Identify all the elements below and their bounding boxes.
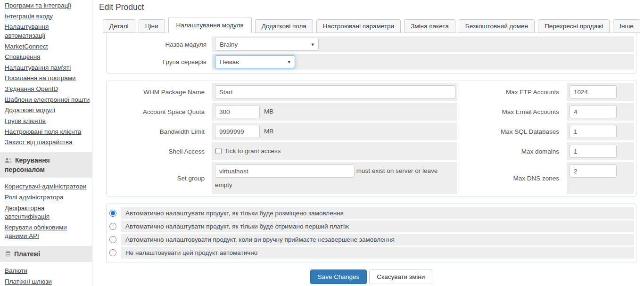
max-dns-zones-input[interactable]: [570, 164, 617, 178]
coins-icon: [5, 251, 11, 257]
product-tabs: Деталі Ціни Налаштування модуля Додатков…: [103, 17, 636, 33]
max-ftp-accounts-label: Max FTP Accounts: [459, 83, 565, 101]
bandwidth-limit-input[interactable]: [215, 125, 260, 138]
provision-on-payment-label: Автоматично налаштувати продукт, як тіль…: [121, 221, 634, 232]
sidebar-item-api-credentials[interactable]: Керувати обліковими даними API: [0, 222, 92, 242]
sidebar-item-client-groups[interactable]: Групи клієнтів: [0, 116, 92, 127]
sidebar-item-addon-modules[interactable]: Додаткові модулі: [0, 105, 92, 116]
max-sql-databases-input[interactable]: [570, 125, 617, 138]
account-space-quota-input[interactable]: [215, 105, 260, 118]
tab-pricing[interactable]: Ціни: [139, 19, 165, 33]
bandwidth-limit-label: Bandwidth Limit: [108, 123, 210, 140]
max-dns-zones-label: Max DNS zones: [459, 162, 565, 194]
sidebar-item-custom-client-fields[interactable]: Настроювані поля клієнта: [0, 127, 92, 138]
sidebar-item-admin-roles[interactable]: Ролі адміністратора: [0, 192, 92, 203]
max-email-accounts-input[interactable]: [570, 105, 617, 118]
sidebar-section-payments: Платежі: [0, 246, 92, 262]
provision-manual-radio[interactable]: [109, 249, 116, 256]
shell-access-checkbox[interactable]: [215, 148, 222, 154]
server-group-value: Немає: [220, 58, 239, 65]
set-group-input[interactable]: [215, 164, 355, 178]
account-space-quota-label: Account Space Quota: [108, 103, 210, 121]
provision-on-payment-radio[interactable]: [109, 223, 116, 230]
sidebar-item-openid[interactable]: З'єднання OpenID: [0, 84, 92, 95]
tab-cross-sells[interactable]: Перехресні продажі: [538, 19, 610, 33]
provisioning-option: Не налаштовувати цей продукт автоматично: [108, 247, 634, 259]
sidebar-item-fraud-protection[interactable]: Захист від шахрайства: [0, 137, 92, 148]
provisioning-option: Автоматично налаштувати продукт, як тіль…: [108, 207, 634, 219]
form-actions: Save Changes Скасувати зміни: [106, 270, 636, 284]
provision-on-accept-label: Автоматично налаштовувати продукт, коли …: [121, 234, 634, 245]
module-settings-content: Назва модуля Brainy ▾ Група серверів Нем…: [106, 33, 636, 284]
sidebar-item-two-factor[interactable]: Двофакторна автентифікація: [0, 203, 92, 222]
module-name-value: Brainy: [220, 41, 238, 48]
provision-manual-label: Не налаштовувати цей продукт автоматично: [121, 247, 634, 259]
save-changes-button[interactable]: Save Changes: [310, 270, 367, 284]
whm-package-name-input[interactable]: [215, 85, 455, 98]
module-name-select[interactable]: Brainy ▾: [215, 38, 319, 51]
server-group-select[interactable]: Немає ▾: [215, 55, 295, 68]
sidebar-item-currencies[interactable]: Валюти: [0, 266, 92, 277]
sidebar-item-storage-settings[interactable]: Налаштування пам'яті: [0, 63, 92, 74]
shell-access-label: Shell Access: [108, 142, 210, 160]
sidebar-item-automation-settings[interactable]: Налаштування автоматизації: [0, 22, 92, 41]
quota-unit-label: MB: [264, 108, 273, 115]
shell-access-checkbox-label: Tick to grant access: [224, 147, 281, 155]
tab-other[interactable]: Інше: [613, 19, 640, 33]
main-content: Edit Product Деталі Ціни Налаштування мо…: [93, 0, 644, 286]
module-fields-panel: WHM Package Name Max FTP Accounts Accoun…: [106, 81, 636, 196]
tab-upgrades[interactable]: Зміна пакета: [404, 19, 455, 33]
provision-on-accept-radio[interactable]: [109, 236, 116, 243]
max-sql-databases-label: Max SQL Databases: [459, 123, 565, 140]
module-name-label: Назва модуля: [108, 36, 212, 52]
sidebar-item-apps-integrations[interactable]: Програми та інтеграції: [0, 0, 92, 11]
provisioning-option: Автоматично налаштувати продукт, як тіль…: [108, 221, 634, 232]
chevron-down-icon: ▾: [288, 59, 290, 65]
cancel-changes-button[interactable]: Скасувати зміни: [369, 270, 432, 284]
sidebar-item-notifications[interactable]: Сповіщення: [0, 52, 92, 63]
tab-details[interactable]: Деталі: [103, 19, 135, 33]
sidebar-item-email-templates[interactable]: Шаблони електронної пошти: [0, 95, 92, 106]
max-domains-label: Max domains: [459, 142, 565, 160]
admin-sidebar: Програми та інтеграції Інтеграція входу …: [0, 0, 92, 286]
server-group-row: Група серверів Немає ▾: [108, 54, 634, 70]
set-group-label: Set group: [108, 162, 210, 194]
bandwidth-unit-label: MB: [264, 128, 273, 135]
provision-on-order-label: Автоматично налаштувати продукт, як тіль…: [121, 207, 634, 219]
users-icon: [5, 158, 12, 163]
module-name-row: Назва модуля Brainy ▾: [108, 36, 634, 52]
whm-package-name-label: WHM Package Name: [108, 83, 210, 101]
tab-free-domain[interactable]: Безкоштовний домен: [459, 19, 535, 33]
tab-module-settings[interactable]: Налаштування модуля: [168, 17, 252, 33]
sidebar-item-login-integration[interactable]: Інтеграція входу: [0, 11, 92, 22]
provision-on-order-radio[interactable]: [109, 210, 116, 217]
server-group-label: Група серверів: [108, 54, 212, 70]
provisioning-option: Автоматично налаштовувати продукт, коли …: [108, 234, 634, 245]
page-title: Edit Product: [99, 2, 644, 12]
sidebar-item-admin-users[interactable]: Користувачі-адміністратори: [0, 181, 92, 192]
max-email-accounts-label: Max Email Accounts: [459, 103, 565, 121]
max-ftp-accounts-input[interactable]: [570, 85, 617, 98]
chevron-down-icon: ▾: [311, 41, 314, 48]
provisioning-options-panel: Автоматично налаштувати продукт, як тіль…: [106, 204, 636, 262]
module-select-panel: Назва модуля Brainy ▾ Група серверів Нем…: [106, 33, 636, 74]
sidebar-section-staff: Керування персоналом: [0, 152, 92, 178]
tab-configurable-options[interactable]: Настроювані параметри: [316, 19, 401, 33]
sidebar-item-payment-gateways[interactable]: Платіжні шлюзи: [0, 277, 92, 286]
tab-custom-fields[interactable]: Додаткові поля: [255, 19, 313, 33]
sidebar-section-label: Платежі: [14, 250, 40, 258]
sidebar-item-app-links[interactable]: Посилання на програми: [0, 73, 92, 84]
sidebar-item-marketconnect[interactable]: MarketConnect: [0, 41, 92, 52]
max-domains-input[interactable]: [570, 145, 617, 158]
